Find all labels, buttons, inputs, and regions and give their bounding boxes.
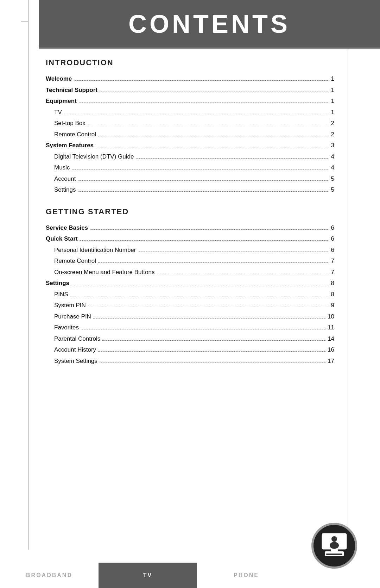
toc-dots xyxy=(93,318,325,318)
toc-dots xyxy=(72,169,329,169)
section-header-introduction: INTRODUCTION xyxy=(46,58,334,67)
toc-page: 4 xyxy=(331,152,334,161)
toc-page: 2 xyxy=(331,130,334,139)
toc-entry: Digital Television (DTV) Guide4 xyxy=(46,152,334,161)
toc-dots xyxy=(79,103,329,103)
toc-label: PINS xyxy=(54,290,68,299)
toc-page: 14 xyxy=(328,334,334,343)
toc-dots xyxy=(64,114,329,114)
toc-label: Favorites xyxy=(54,323,79,332)
toc-entry: Service Basics6 xyxy=(46,223,334,233)
toc-page: 10 xyxy=(328,312,334,321)
toc-page: 8 xyxy=(331,279,334,288)
toc-page: 1 xyxy=(331,74,334,83)
right-border-line xyxy=(348,0,348,550)
toc-dots xyxy=(98,262,329,263)
toc-dots xyxy=(78,191,329,192)
toc-label: Purchase PIN xyxy=(54,312,91,321)
toc-page: 7 xyxy=(331,268,334,277)
toc-dots xyxy=(136,158,329,159)
svg-point-1 xyxy=(331,536,337,542)
footer: BROADBAND TV PHONE xyxy=(0,563,380,588)
toc-dots xyxy=(80,240,329,241)
left-sidebar xyxy=(0,0,39,588)
tv-icon-circle xyxy=(311,523,357,569)
toc-label: Settings xyxy=(46,279,69,288)
toc-dots xyxy=(96,147,329,147)
toc-entry: Parental Controls14 xyxy=(46,334,334,343)
toc-dots xyxy=(74,80,329,81)
toc-entry: System Settings17 xyxy=(46,357,334,366)
toc-dots xyxy=(88,307,329,307)
toc-entry: Music4 xyxy=(46,163,334,172)
toc-label: Personal Identification Number xyxy=(54,246,136,255)
footer-phone: PHONE xyxy=(197,572,296,578)
tv-icon xyxy=(318,530,350,562)
toc-label: Parental Controls xyxy=(54,334,100,343)
toc-dots xyxy=(138,252,329,252)
toc-dots xyxy=(100,363,325,363)
toc-entry: TV1 xyxy=(46,108,334,117)
toc-label: Account History xyxy=(54,345,96,354)
toc-entry: Personal Identification Number6 xyxy=(46,246,334,255)
toc-entry: Remote Control7 xyxy=(46,256,334,266)
page-title: CONTENTS xyxy=(128,10,290,38)
toc-content: INTRODUCTIONWelcome1Technical Support1Eq… xyxy=(46,58,334,367)
toc-entry: On-screen Menu and Feature Buttons7 xyxy=(46,268,334,277)
toc-label: On-screen Menu and Feature Buttons xyxy=(54,268,154,277)
toc-dots xyxy=(100,92,329,92)
toc-label: Digital Television (DTV) Guide xyxy=(54,152,134,161)
toc-dots xyxy=(70,296,329,296)
toc-page: 5 xyxy=(331,185,334,194)
toc-label: Remote Control xyxy=(54,130,96,139)
toc-entry: Quick Start6 xyxy=(46,234,334,243)
toc-page: 1 xyxy=(331,86,334,95)
toc-dots xyxy=(102,340,325,341)
footer-tv: TV xyxy=(99,563,197,588)
toc-page: 11 xyxy=(328,323,334,332)
svg-rect-4 xyxy=(325,551,344,556)
toc-entry: Set-top Box2 xyxy=(46,119,334,128)
toc-entry: Welcome1 xyxy=(46,74,334,83)
toc-label: Welcome xyxy=(46,74,72,83)
toc-page: 6 xyxy=(331,246,334,255)
toc-entry: Equipment1 xyxy=(46,97,334,106)
toc-page: 8 xyxy=(331,290,334,299)
toc-label: Service Basics xyxy=(46,223,88,233)
section-header-getting-started: GETTING STARTED xyxy=(46,207,334,216)
toc-page: 1 xyxy=(331,108,334,117)
toc-entry: Account5 xyxy=(46,174,334,184)
toc-dots xyxy=(98,136,329,136)
toc-dots xyxy=(90,229,329,230)
toc-label: Settings xyxy=(54,185,76,194)
toc-entry: Settings8 xyxy=(46,279,334,288)
toc-label: Account xyxy=(54,174,76,184)
toc-page: 17 xyxy=(328,357,334,366)
toc-label: Quick Start xyxy=(46,234,78,243)
toc-page: 6 xyxy=(331,234,334,243)
svg-point-2 xyxy=(330,542,339,549)
toc-entry: Technical Support1 xyxy=(46,86,334,95)
toc-entry: System Features3 xyxy=(46,141,334,150)
toc-entry: Settings5 xyxy=(46,185,334,194)
toc-entry: Remote Control2 xyxy=(46,130,334,139)
page-header: CONTENTS xyxy=(39,0,380,48)
toc-page: 7 xyxy=(331,256,334,266)
toc-entry: System PIN9 xyxy=(46,301,334,310)
toc-dots xyxy=(88,125,329,125)
toc-page: 4 xyxy=(331,163,334,172)
toc-entry: Account History16 xyxy=(46,345,334,354)
toc-dots xyxy=(81,329,325,329)
toc-label: Technical Support xyxy=(46,86,97,95)
toc-page: 9 xyxy=(331,301,334,310)
toc-page: 2 xyxy=(331,119,334,128)
toc-label: TV xyxy=(54,108,62,117)
toc-page: 5 xyxy=(331,174,334,184)
toc-entry: PINS8 xyxy=(46,290,334,299)
toc-dots xyxy=(71,285,329,285)
toc-dots xyxy=(157,274,329,274)
toc-label: Music xyxy=(54,163,70,172)
toc-label: Set-top Box xyxy=(54,119,86,128)
left-border-line xyxy=(28,0,29,550)
left-accent xyxy=(21,21,28,22)
